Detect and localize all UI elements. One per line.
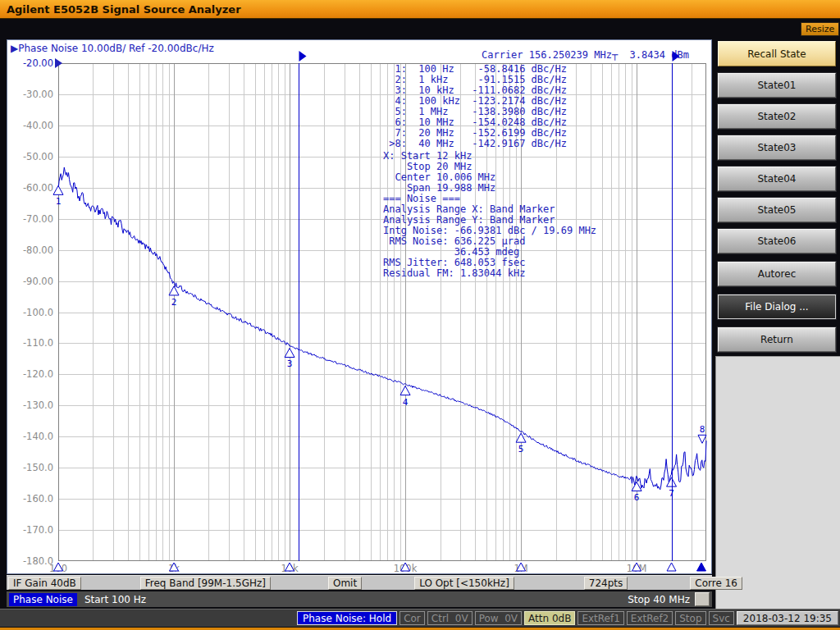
active-trace-badge: Phase Noise: [9, 593, 77, 606]
trace-select-arrow-icon: ▶: [11, 43, 18, 54]
analysis-line: Residual FM: 1.83044 kHz: [383, 268, 596, 279]
resize-button[interactable]: Resize: [801, 22, 839, 36]
svg-text:-20.00: -20.00: [23, 57, 53, 69]
indicator-pow-0v: Pow 0V: [475, 611, 522, 625]
marker-table-row: >8: 40 MHz -142.9167 dBc/Hz: [383, 139, 567, 149]
softkey-state01[interactable]: State01: [718, 73, 836, 98]
softkey-state06[interactable]: State06: [718, 229, 836, 253]
status-field-omit[interactable]: Omit: [328, 577, 362, 590]
svg-text:5: 5: [518, 444, 524, 454]
indicator-phase-noise-hold: Phase Noise: Hold: [297, 611, 397, 625]
measurement-status-row: IF Gain 40dBFreq Band [99M-1.5GHz]OmitLO…: [7, 575, 712, 590]
svg-text:2: 2: [171, 297, 177, 308]
phase-noise-plot: -20.00-30.00-40.00-50.00-60.00-70.00-80.…: [7, 40, 713, 575]
status-field-lo-opt-150khz[interactable]: LO Opt [<150kHz]: [414, 577, 514, 590]
sweep-status-row: Phase Noise Start 100 Hz Stop 40 MHz: [7, 591, 712, 607]
status-field-corre-16[interactable]: Corre 16: [690, 577, 742, 590]
title-bar: Agilent E5052B Signal Source Analyzer: [0, 0, 840, 19]
softkey-file-dialog[interactable]: File Dialog ...: [718, 294, 836, 319]
svg-text:-50.00: -50.00: [23, 151, 53, 162]
softkey-menu-title: Recall State: [718, 41, 836, 66]
softkey-sidebar: Recall State State01State02State03State0…: [714, 39, 840, 609]
svg-text:-70.00: -70.00: [23, 213, 53, 225]
softkey-return[interactable]: Return: [718, 327, 836, 352]
sweep-start-label: Start 100 Hz: [84, 594, 146, 605]
svg-text:6: 6: [634, 492, 640, 503]
softkey-state05[interactable]: State05: [718, 198, 836, 222]
indicator-stop: Stop: [675, 611, 705, 625]
svg-text:-110.0: -110.0: [23, 337, 53, 349]
svg-text:8: 8: [700, 424, 705, 435]
indicator-extref1: ExtRef1: [578, 611, 623, 625]
indicator-ctrl-0v: Ctrl 0V: [427, 611, 472, 625]
indicator-2018-03-12-19-35: 2018-03-12 19:35: [737, 611, 838, 625]
indicator-svc: Svc: [709, 611, 734, 625]
indicator-attn-0db: Attn 0dB: [524, 611, 575, 625]
svg-text:-80.00: -80.00: [23, 244, 53, 256]
marker-table: 1: 100 Hz -58.8416 dBc/Hz 2: 1 kHz -91.1…: [383, 64, 567, 149]
svg-text:4: 4: [403, 397, 409, 408]
status-field-if-gain-40db[interactable]: IF Gain 40dB: [8, 577, 81, 590]
svg-text:-40.00: -40.00: [23, 120, 53, 131]
softkey-state04[interactable]: State04: [718, 167, 836, 191]
sweep-stop-label: Stop 40 MHz: [628, 594, 690, 605]
svg-text:-120.0: -120.0: [23, 368, 53, 380]
status-field-724pts[interactable]: 724pts: [584, 577, 628, 590]
indicator-cor: Cor: [399, 611, 425, 625]
svg-text:-170.0: -170.0: [23, 524, 53, 536]
svg-text:-100.0: -100.0: [23, 307, 53, 318]
indicator-extref2: ExtRef2: [627, 611, 673, 625]
svg-text:-90.00: -90.00: [23, 276, 53, 287]
softkey-state02[interactable]: State02: [718, 104, 836, 129]
carrier-readout: Carrier 156.250239 MHz┬ 3.8434 dBm: [482, 50, 689, 61]
svg-text:3: 3: [287, 358, 293, 369]
svg-text:-150.0: -150.0: [23, 462, 53, 473]
svg-text:-160.0: -160.0: [23, 493, 53, 504]
svg-text:-140.0: -140.0: [23, 431, 53, 442]
svg-text:-60.00: -60.00: [23, 182, 53, 194]
softkey-autorec[interactable]: Autorec: [718, 262, 836, 286]
sweep-row-button[interactable]: [695, 592, 710, 606]
graph-header: ▶Phase Noise 10.00dB/ Ref -20.00dBc/Hz: [11, 43, 214, 54]
svg-text:-130.0: -130.0: [23, 399, 53, 411]
instrument-status-bar: Phase Noise: HoldCorCtrl 0VPow 0VAttn 0d…: [0, 609, 840, 627]
graph-window: -20.00-30.00-40.00-50.00-60.00-70.00-80.…: [7, 39, 712, 574]
app-title: Agilent E5052B Signal Source Analyzer: [7, 3, 241, 16]
graph-header-label: Phase Noise 10.00dB/ Ref -20.00dBc/Hz: [18, 43, 214, 54]
svg-text:7: 7: [669, 488, 674, 499]
sidebar-lower-panel: [715, 356, 840, 609]
svg-text:-30.00: -30.00: [23, 89, 53, 100]
status-field-freq-band-99m-1-5ghz[interactable]: Freq Band [99M-1.5GHz]: [140, 577, 271, 590]
noise-analysis-readout: X: Start 12 kHz Stop 20 MHz Center 10.00…: [383, 151, 596, 279]
svg-text:1: 1: [56, 196, 62, 207]
softkey-state03[interactable]: State03: [718, 135, 836, 160]
